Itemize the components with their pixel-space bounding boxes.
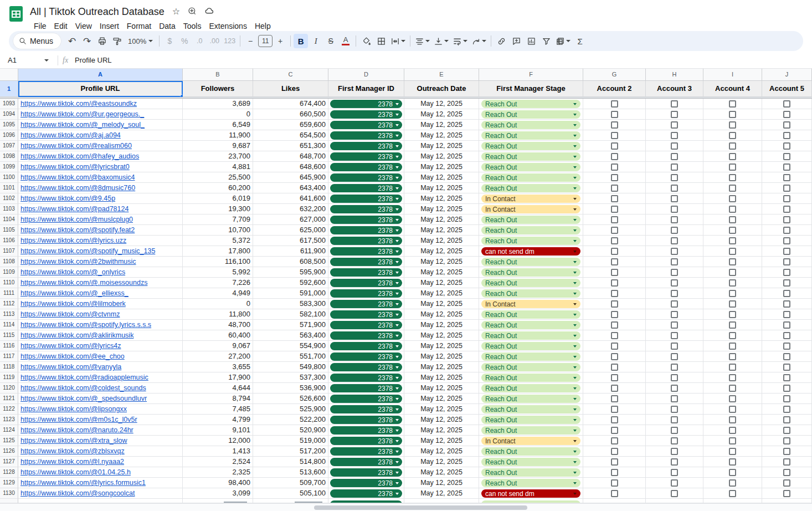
- manager-id-dropdown[interactable]: 2378: [330, 458, 402, 466]
- checkbox-unchecked[interactable]: [611, 311, 618, 318]
- header-cell-account-3[interactable]: Account 3: [646, 81, 703, 97]
- checkbox-unchecked[interactable]: [783, 364, 790, 371]
- stage-cell[interactable]: Reach Out: [479, 130, 583, 141]
- likes-cell[interactable]: 519,000: [253, 436, 328, 446]
- menu-view[interactable]: View: [71, 21, 96, 32]
- profile-url-link[interactable]: https://www.tiktok.com/@_onlyrics: [20, 268, 125, 276]
- account-2-cell[interactable]: [583, 341, 646, 351]
- outreach-date-cell[interactable]: May 12, 2025: [404, 99, 479, 109]
- profile-url-link[interactable]: https://www.tiktok.com/@lilmoberk: [20, 300, 126, 308]
- followers-cell[interactable]: 25,500: [183, 172, 253, 183]
- checkbox-unchecked[interactable]: [611, 195, 618, 202]
- followers-cell[interactable]: 116,100: [183, 257, 253, 267]
- checkbox-unchecked[interactable]: [671, 279, 678, 287]
- checkbox-unchecked[interactable]: [783, 490, 790, 497]
- stage-chip[interactable]: Reach Out: [481, 352, 580, 361]
- checkbox-unchecked[interactable]: [729, 374, 736, 381]
- checkbox-unchecked[interactable]: [611, 269, 618, 276]
- profile-url-cell[interactable]: https://www.tiktok.com/@_melody_soul_: [18, 120, 183, 130]
- account-5-cell[interactable]: [762, 236, 812, 246]
- account-5-cell[interactable]: [762, 330, 812, 341]
- account-5-cell[interactable]: [762, 183, 812, 193]
- checkbox-unchecked[interactable]: [611, 227, 618, 234]
- account-4-cell[interactable]: [703, 172, 762, 183]
- manager-id-dropdown[interactable]: 2378: [330, 405, 402, 413]
- checkbox-unchecked[interactable]: [783, 343, 790, 350]
- checkbox-unchecked[interactable]: [671, 395, 678, 402]
- likes-cell[interactable]: 517,200: [253, 446, 328, 457]
- checkbox-unchecked[interactable]: [671, 416, 678, 423]
- manager-id-cell[interactable]: 2378: [328, 488, 404, 499]
- likes-cell[interactable]: 554,900: [253, 341, 328, 351]
- checkbox-unchecked[interactable]: [729, 469, 736, 476]
- row-number[interactable]: 1107: [0, 246, 18, 257]
- checkbox-unchecked[interactable]: [729, 458, 736, 466]
- profile-url-cell[interactable]: https://www.tiktok.com/@ee_choo: [18, 351, 183, 362]
- stage-cell[interactable]: Reach Out: [479, 109, 583, 120]
- account-2-cell[interactable]: [583, 151, 646, 162]
- undo-button[interactable]: ↶: [65, 34, 79, 48]
- profile-url-cell[interactable]: https://www.tiktok.com/@vanyyla: [18, 362, 183, 372]
- profile-url-link[interactable]: https://www.tiktok.com/@_spedsoundluvr: [20, 395, 147, 402]
- profile-url-link[interactable]: https://www.tiktok.com/@.moisessoundzs: [20, 279, 147, 287]
- account-5-cell[interactable]: [762, 151, 812, 162]
- outreach-date-cell[interactable]: May 12, 2025: [404, 351, 479, 362]
- profile-url-cell[interactable]: https://www.tiktok.com/@.moisessoundzs: [18, 278, 183, 288]
- account-5-cell[interactable]: [762, 130, 812, 141]
- insert-comment-button[interactable]: [509, 34, 523, 48]
- account-4-cell[interactable]: [703, 151, 762, 162]
- likes-cell[interactable]: 625,000: [253, 225, 328, 236]
- followers-cell[interactable]: 27,200: [183, 351, 253, 362]
- select-all-corner[interactable]: [0, 69, 18, 81]
- profile-url-cell[interactable]: https://www.tiktok.com/@lilmoberk: [18, 299, 183, 309]
- checkbox-unchecked[interactable]: [783, 427, 790, 434]
- checkbox-unchecked[interactable]: [671, 206, 678, 213]
- checkbox-unchecked[interactable]: [729, 353, 736, 360]
- stage-chip[interactable]: Reach Out: [481, 142, 580, 150]
- column-header-b[interactable]: B: [183, 69, 253, 81]
- checkbox-unchecked[interactable]: [783, 163, 790, 171]
- account-4-cell[interactable]: [703, 415, 762, 425]
- account-4-cell[interactable]: [703, 457, 762, 467]
- profile-url-link[interactable]: https://www.tiktok.com/@eastsoundkz: [20, 100, 137, 108]
- likes-cell[interactable]: 651,300: [253, 141, 328, 151]
- checkbox-unchecked[interactable]: [611, 121, 618, 129]
- followers-cell[interactable]: 7,226: [183, 278, 253, 288]
- row-number[interactable]: 1120: [0, 383, 18, 394]
- outreach-date-cell[interactable]: May 12, 2025: [404, 183, 479, 193]
- account-5-cell[interactable]: [762, 141, 812, 151]
- header-cell-account-2[interactable]: Account 2: [583, 81, 646, 97]
- likes-cell[interactable]: 551,700: [253, 351, 328, 362]
- checkbox-unchecked[interactable]: [783, 321, 790, 329]
- account-4-cell[interactable]: [703, 330, 762, 341]
- account-2-cell[interactable]: [583, 99, 646, 109]
- profile-url-cell[interactable]: https://www.tiktok.com/@lyrics.formusic1: [18, 478, 183, 488]
- followers-cell[interactable]: 11,900: [183, 130, 253, 141]
- stage-chip[interactable]: Reach Out: [481, 321, 580, 329]
- column-header-i[interactable]: I: [703, 69, 762, 81]
- header-cell-account-5[interactable]: Account 5: [762, 81, 812, 97]
- manager-id-cell[interactable]: 2378: [328, 162, 404, 172]
- manager-id-cell[interactable]: 2378: [328, 299, 404, 309]
- manager-id-dropdown[interactable]: 2378: [330, 237, 402, 245]
- checkbox-unchecked[interactable]: [783, 290, 790, 297]
- stage-cell[interactable]: can not send dm: [479, 488, 583, 499]
- checkbox-unchecked[interactable]: [611, 416, 618, 423]
- profile-url-cell[interactable]: https://www.tiktok.com/@_onlyrics: [18, 267, 183, 278]
- account-2-cell[interactable]: [583, 193, 646, 204]
- checkbox-unchecked[interactable]: [611, 364, 618, 371]
- row-number[interactable]: 1116: [0, 341, 18, 351]
- followers-cell[interactable]: 5,372: [183, 236, 253, 246]
- redo-button[interactable]: ↷: [80, 34, 94, 48]
- checkbox-unchecked[interactable]: [671, 427, 678, 434]
- likes-cell[interactable]: 536,900: [253, 383, 328, 394]
- followers-cell[interactable]: 4,644: [183, 383, 253, 394]
- account-2-cell[interactable]: [583, 372, 646, 383]
- checkbox-unchecked[interactable]: [729, 153, 736, 160]
- profile-url-cell[interactable]: https://www.tiktok.com/@lipsongxx: [18, 404, 183, 415]
- account-5-cell[interactable]: [762, 162, 812, 172]
- account-5-cell[interactable]: [762, 257, 812, 267]
- checkbox-unchecked[interactable]: [783, 121, 790, 129]
- profile-url-cell[interactable]: https://www.tiktok.com/@ctvnmz: [18, 309, 183, 320]
- checkbox-unchecked[interactable]: [611, 279, 618, 287]
